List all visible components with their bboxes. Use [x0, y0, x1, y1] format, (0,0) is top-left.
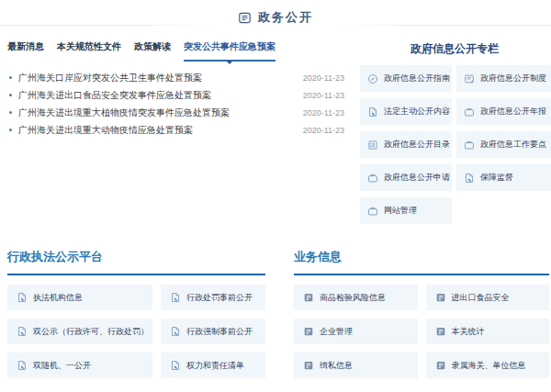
- news-list-item[interactable]: 广州海关进出境重大植物疫情突发事件应急处置预案 2020-11-23: [7, 104, 344, 121]
- link-button-label: 政府信息工作要点: [480, 139, 546, 151]
- bullet-dot-icon: [9, 94, 12, 96]
- header-divider-right: [336, 25, 551, 26]
- tab-label: 政策解读: [134, 41, 171, 51]
- gov-disclosure-page: 政务公开 最新消息 本关规范性文件 政策解读 突发公共事件应急预案 政府信息公开…: [0, 0, 551, 392]
- document-edit-icon: [170, 326, 181, 337]
- document-edit-icon: [170, 292, 181, 303]
- tab-label: 最新消息: [7, 41, 44, 51]
- link-button[interactable]: 隶属海关、单位信息: [426, 353, 550, 378]
- tab[interactable]: 本关规范性文件: [57, 40, 121, 62]
- link-button[interactable]: 行政强制事前公开: [161, 319, 265, 344]
- link-button[interactable]: 政府信息公开年报: [456, 98, 551, 125]
- link-button-label: 权力和责任清单: [186, 360, 244, 372]
- link-button-label: 法定主动公开内容: [384, 106, 450, 118]
- document-edit-icon: [367, 106, 378, 118]
- document-edit-icon: [464, 173, 475, 184]
- page-title: 政务公开: [258, 9, 313, 26]
- ledger-icon: [435, 326, 446, 337]
- link-button-label: 政府信息公开申请: [384, 172, 450, 184]
- link-button-label: 保障监督: [480, 172, 513, 184]
- ledger-icon: [303, 360, 314, 371]
- link-button-label: 政府信息公开指南: [384, 73, 450, 84]
- ledger-icon: [435, 292, 446, 303]
- news-list-item[interactable]: 广州海关进出境重大动物疫情应急处置预案 2020-11-23: [7, 121, 344, 139]
- news-item-title: 广州海关口岸应对突发公共卫生事件处置预案: [18, 72, 296, 84]
- link-button[interactable]: 缉私信息: [294, 353, 418, 378]
- list-icon: [367, 140, 378, 151]
- business-info-section: 业务信息 商品检验风险信息 进出口食品安全 企业管理 本关统计 缉私信息 隶属海…: [294, 249, 549, 378]
- link-button[interactable]: 政府信息工作要点: [456, 131, 551, 158]
- link-button[interactable]: 商品检验风险信息: [294, 285, 418, 310]
- news-list-item[interactable]: 广州海关口岸应对突发公共卫生事件处置预案 2020-11-23: [7, 69, 344, 86]
- info-panel-grid: 政府信息公开指南 政府信息公开制度 法定主动公开内容 政府信息公开年报 政府信息…: [360, 65, 551, 224]
- news-item-date: 2020-11-23: [303, 73, 344, 83]
- book-icon: [464, 73, 475, 84]
- link-button-label: 本关统计: [452, 326, 485, 338]
- link-button-label: 行政处罚事前公开: [186, 292, 253, 304]
- link-button[interactable]: 本关统计: [426, 319, 550, 344]
- link-button[interactable]: 政府信息公开目录: [360, 131, 452, 158]
- link-button-label: 网站管理: [384, 205, 417, 217]
- tab[interactable]: 突发公共事件应急预案: [184, 40, 276, 62]
- document-edit-icon: [17, 326, 28, 337]
- link-button[interactable]: 权力和责任清单: [161, 353, 265, 378]
- link-button[interactable]: 企业管理: [294, 319, 418, 344]
- news-item-date: 2020-11-23: [303, 126, 344, 135]
- link-button[interactable]: 政府信息公开申请: [360, 164, 452, 191]
- bullet-dot-icon: [9, 129, 12, 131]
- link-button-label: 双随机、一公开: [33, 360, 91, 372]
- document-edit-icon: [170, 360, 181, 371]
- news-item-title: 广州海关进出口食品安全突发事件应急处置预案: [18, 89, 296, 102]
- tab-label: 本关规范性文件: [57, 41, 121, 51]
- tab-bar: 最新消息 本关规范性文件 政策解读 突发公共事件应急预案: [7, 40, 276, 62]
- link-button[interactable]: 双公示（行政许可、行政处罚）: [7, 319, 152, 344]
- news-item-date: 2020-11-23: [303, 108, 344, 118]
- compass-icon: [367, 73, 378, 84]
- bullet-dot-icon: [9, 76, 12, 79]
- link-button-label: 企业管理: [320, 326, 353, 338]
- link-button-label: 执法机构信息: [33, 292, 83, 304]
- link-button-label: 隶属海关、单位信息: [452, 360, 526, 372]
- folder-icon: [367, 173, 378, 184]
- document-edit-icon: [17, 360, 28, 371]
- document-lines-icon: [238, 11, 252, 25]
- info-panel-title: 政府信息公开专栏: [358, 41, 551, 57]
- business-section-title: 业务信息: [294, 249, 549, 275]
- business-section-grid: 商品检验风险信息 进出口食品安全 企业管理 本关统计 缉私信息 隶属海关、单位信…: [294, 285, 549, 378]
- link-button-label: 双公示（行政许可、行政处罚）: [33, 326, 149, 338]
- tab[interactable]: 政策解读: [134, 40, 171, 62]
- law-publicity-section: 行政执法公示平台 执法机构信息 行政处罚事前公开 双公示（行政许可、行政处罚） …: [7, 249, 265, 378]
- link-button[interactable]: 政府信息公开指南: [360, 65, 452, 92]
- news-list: 广州海关口岸应对突发公共卫生事件处置预案 2020-11-23 广州海关进出口食…: [7, 69, 344, 139]
- ledger-icon: [303, 326, 314, 337]
- link-button[interactable]: 政府信息公开制度: [456, 65, 551, 92]
- news-item-title: 广州海关进出境重大植物疫情突发事件应急处置预案: [18, 106, 296, 119]
- link-button[interactable]: 保障监督: [456, 164, 551, 191]
- link-button[interactable]: 进出口食品安全: [426, 285, 550, 310]
- link-button-label: 政府信息公开年报: [480, 106, 546, 118]
- law-section-grid: 执法机构信息 行政处罚事前公开 双公示（行政许可、行政处罚） 行政强制事前公开 …: [7, 285, 265, 378]
- link-button-label: 行政强制事前公开: [186, 326, 253, 338]
- link-button[interactable]: 行政处罚事前公开: [161, 285, 265, 310]
- ledger-icon: [435, 360, 446, 371]
- link-button[interactable]: 执法机构信息: [7, 285, 152, 310]
- ledger-icon: [303, 292, 314, 303]
- header-divider-left: [0, 25, 215, 26]
- link-button[interactable]: 双随机、一公开: [7, 353, 152, 378]
- folder-icon: [367, 206, 378, 217]
- news-item-date: 2020-11-23: [303, 91, 344, 100]
- link-button[interactable]: 网站管理: [360, 197, 452, 224]
- news-list-item[interactable]: 广州海关进出口食品安全突发事件应急处置预案 2020-11-23: [7, 86, 344, 104]
- link-button[interactable]: 法定主动公开内容: [360, 98, 452, 125]
- link-button-label: 政府信息公开制度: [480, 73, 546, 84]
- folder-icon: [464, 106, 475, 118]
- link-button-label: 政府信息公开目录: [384, 139, 450, 151]
- tab[interactable]: 最新消息: [7, 40, 44, 62]
- folder-icon: [464, 140, 475, 151]
- document-edit-icon: [17, 292, 28, 303]
- news-item-title: 广州海关进出境重大动物疫情应急处置预案: [18, 124, 296, 137]
- law-section-title: 行政执法公示平台: [7, 249, 265, 275]
- page-header: 政务公开: [0, 7, 551, 28]
- link-button-label: 进出口食品安全: [452, 292, 510, 304]
- link-button-label: 商品检验风险信息: [320, 292, 386, 304]
